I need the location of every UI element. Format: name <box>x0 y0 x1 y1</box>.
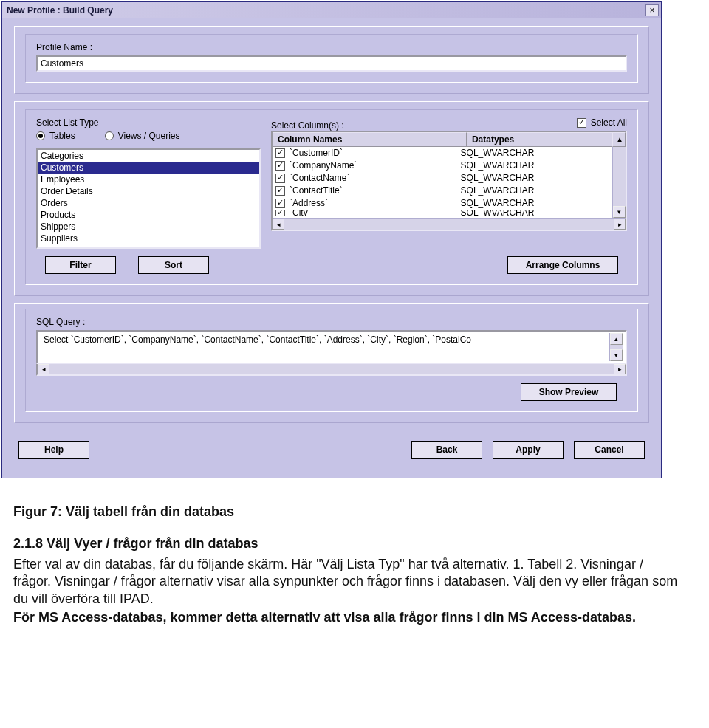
scroll-left-button[interactable]: ◂ <box>38 364 49 374</box>
column-name-cell: `ContactTitle` <box>290 185 343 197</box>
list-item[interactable]: Categories <box>38 150 259 162</box>
horizontal-scrollbar[interactable]: ◂ ▸ <box>273 218 626 230</box>
filter-button[interactable]: Filter <box>45 256 116 274</box>
radio-views[interactable]: Views / Queries <box>105 131 180 141</box>
datatype-cell: SQL_WVARCHAR <box>461 159 609 172</box>
paragraph-2: För MS Access-databas, kommer detta alte… <box>13 609 684 626</box>
scroll-down-button[interactable]: ▾ <box>610 349 623 361</box>
select-all-label: Select All <box>591 117 627 128</box>
list-item[interactable]: Orders <box>38 197 259 209</box>
close-icon: × <box>649 6 654 15</box>
scroll-left-button[interactable]: ◂ <box>273 219 284 230</box>
scroll-right-button[interactable]: ▸ <box>614 219 626 230</box>
column-name-cell: `CompanyName` <box>290 159 357 172</box>
column-name-cell: `ContactName` <box>290 172 349 185</box>
column-name-cell: `Address` <box>290 197 328 210</box>
middle-button-row: Filter Sort Arrange Columns <box>36 249 627 274</box>
sql-group: SQL Query : Select `CustomerID`, `Compan… <box>14 303 649 423</box>
profile-name-label: Profile Name : <box>36 42 627 52</box>
checkbox-icon[interactable] <box>275 148 285 158</box>
columns-panel: Select Column(s) : Select All Column Nam… <box>271 117 627 249</box>
columns-header: Column Names Datatypes ▴ <box>273 132 626 147</box>
select-columns-label: Select Column(s) : <box>271 120 344 131</box>
apply-button[interactable]: Apply <box>493 441 564 459</box>
figure-caption: Figur 7: Välj tabell från din databas <box>13 504 684 521</box>
close-button[interactable]: × <box>645 4 659 16</box>
checkbox-icon[interactable] <box>275 199 285 208</box>
column-name-cell: `CustomerID` <box>290 147 343 159</box>
scroll-up-button[interactable]: ▴ <box>610 333 623 345</box>
list-item[interactable]: Suppliers <box>38 233 259 244</box>
sql-query-textarea[interactable]: Select `CustomerID`, `CompanyName`, `Con… <box>36 330 627 364</box>
checkbox-icon[interactable] <box>275 210 285 216</box>
sql-query-text: Select `CustomerID`, `CompanyName`, `Con… <box>41 333 609 361</box>
list-item[interactable]: Customers <box>38 162 259 174</box>
table-row[interactable]: `CompanyName`SQL_WVARCHAR <box>273 159 612 172</box>
list-type-label: Select List Type <box>36 117 261 128</box>
cancel-button[interactable]: Cancel <box>574 441 645 459</box>
arrange-columns-button[interactable]: Arrange Columns <box>507 256 618 274</box>
radio-tables-label: Tables <box>49 131 75 141</box>
vertical-scrollbar[interactable]: ▾ <box>612 147 626 218</box>
columns-body: `CustomerID`SQL_WVARCHAR`CompanyName`SQL… <box>273 147 612 218</box>
list-item[interactable]: Order Details <box>38 185 259 197</box>
radio-dot-icon <box>105 131 114 140</box>
list-item[interactable]: Shippers <box>38 221 259 233</box>
profile-group: Profile Name : <box>14 26 649 94</box>
datatype-cell: SQL_WVARCHAR <box>461 197 609 210</box>
table-row[interactable]: `ContactTitle`SQL_WVARCHAR <box>273 185 612 197</box>
show-preview-button[interactable]: Show Preview <box>521 383 617 401</box>
table-row[interactable]: `ContactName`SQL_WVARCHAR <box>273 172 612 185</box>
checkbox-icon[interactable] <box>275 174 285 183</box>
back-button[interactable]: Back <box>411 441 482 459</box>
sql-query-label: SQL Query : <box>36 317 627 327</box>
radio-dot-icon <box>36 131 45 140</box>
paragraph-1: Efter val av din databas, får du följand… <box>13 556 684 608</box>
datatype-cell: SQL_WVARCHAR <box>461 185 609 197</box>
help-button[interactable]: Help <box>18 441 89 459</box>
column-name-cell: `City` <box>290 210 311 216</box>
radio-tables[interactable]: Tables <box>36 131 75 141</box>
scroll-up-button[interactable]: ▴ <box>612 132 626 147</box>
checkbox-icon[interactable] <box>275 186 285 196</box>
columns-table: Column Names Datatypes ▴ `CustomerID`SQL… <box>271 131 627 231</box>
sql-vertical-scrollbar[interactable]: ▴ ▾ <box>609 333 623 361</box>
section-heading: 2.1.8 Välj Vyer / frågor från din databa… <box>13 535 684 552</box>
list-type-panel: Select List Type Tables Views / Queries <box>36 117 261 249</box>
select-all-checkbox[interactable]: Select All <box>577 117 627 128</box>
header-column-names[interactable]: Column Names <box>273 132 467 147</box>
sort-button[interactable]: Sort <box>138 256 209 274</box>
scroll-right-button[interactable]: ▸ <box>614 364 626 374</box>
checkbox-icon <box>577 118 586 128</box>
datatype-cell: SQL_WVARCHAR <box>461 172 609 185</box>
sql-horizontal-scrollbar[interactable]: ◂ ▸ <box>36 364 627 376</box>
radio-views-label: Views / Queries <box>118 131 180 141</box>
list-item[interactable]: Products <box>38 209 259 221</box>
table-row[interactable]: `CustomerID`SQL_WVARCHAR <box>273 147 612 159</box>
header-datatypes[interactable]: Datatypes <box>467 132 612 147</box>
scroll-down-button[interactable]: ▾ <box>613 206 626 218</box>
footer-buttons: Help Back Apply Cancel <box>14 430 649 466</box>
table-row[interactable]: `City`SQL_WVARCHAR <box>273 210 612 216</box>
document-text: Figur 7: Välj tabell från din databas 2.… <box>0 478 697 644</box>
datatype-cell: SQL_WVARCHAR <box>461 147 609 159</box>
checkbox-icon[interactable] <box>275 161 285 171</box>
profile-name-input[interactable] <box>36 55 627 72</box>
title-bar: New Profile : Build Query × <box>2 2 661 18</box>
table-columns-group: Select List Type Tables Views / Queries <box>14 101 649 296</box>
title-text: New Profile : Build Query <box>4 5 113 16</box>
tables-listbox[interactable]: CategoriesCustomersEmployeesOrder Detail… <box>36 148 261 249</box>
client-area: Profile Name : Select List Type Tables <box>2 18 661 478</box>
list-item[interactable]: Employees <box>38 174 259 185</box>
dialog-window: New Profile : Build Query × Profile Name… <box>1 1 662 478</box>
datatype-cell: SQL_WVARCHAR <box>461 210 609 216</box>
table-row[interactable]: `Address`SQL_WVARCHAR <box>273 197 612 210</box>
